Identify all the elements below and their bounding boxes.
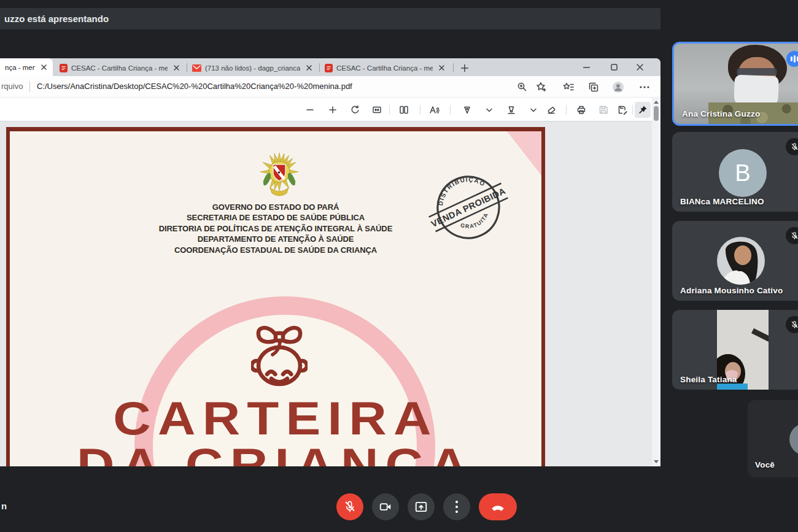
- draw-options-button[interactable]: [481, 102, 497, 118]
- tab-close-button[interactable]: [436, 63, 446, 73]
- tab-active[interactable]: nça - menin: [0, 58, 53, 76]
- tab-mail[interactable]: (713 não lidos) - dagp_crianca@: [188, 60, 318, 76]
- pen-icon: [462, 105, 472, 115]
- pdf-toolbar: [0, 98, 652, 121]
- participant-tile-adriana-mousinho-cativo[interactable]: Adriana Mousinho Cativo: [672, 221, 798, 301]
- zoom-out-button[interactable]: [302, 102, 318, 118]
- save-icon: [598, 105, 608, 115]
- minus-icon: [306, 106, 314, 114]
- collections-icon: [588, 82, 599, 93]
- present-icon: [414, 500, 428, 514]
- pdf-scrollbar[interactable]: [652, 98, 660, 466]
- zoom-page-button[interactable]: [513, 79, 530, 94]
- mail-icon: [192, 64, 201, 72]
- plus-icon: [461, 64, 468, 72]
- address-url[interactable]: C:/Users/AnaCristina/Desktop/CESAC%20-%2…: [37, 82, 352, 91]
- profile-button[interactable]: [610, 79, 627, 94]
- tab-title: CESAC - Cartilha Criança - menin: [71, 64, 168, 72]
- leave-call-button[interactable]: [479, 493, 517, 520]
- tab-separator: [453, 63, 454, 72]
- phone-hangup-icon: [490, 499, 506, 515]
- tab-title: (713 não lidos) - dagp_crianca@: [205, 64, 300, 72]
- highlight-button[interactable]: [503, 102, 519, 118]
- para-coat-of-arms: [252, 152, 307, 210]
- muted-mic-badge: [786, 138, 798, 155]
- close-icon: [439, 65, 444, 71]
- pdf-icon: [325, 64, 333, 72]
- print-button[interactable]: [573, 102, 589, 118]
- participant-name: Ana Cristina Guzzo: [682, 109, 760, 118]
- tab-close-button[interactable]: [171, 63, 181, 73]
- fit-to-page-button[interactable]: [369, 102, 385, 118]
- favorites-button[interactable]: [560, 79, 577, 94]
- tab-separator: [319, 63, 320, 72]
- more-options-button[interactable]: [443, 493, 470, 520]
- close-icon: [637, 64, 643, 71]
- page-corner-decoration: [507, 131, 541, 175]
- participant-tile-bianca-marcelino[interactable]: B BIANca MARCELINO: [672, 132, 798, 212]
- scrollbar-thumb[interactable]: [654, 106, 659, 121]
- eraser-icon: [546, 105, 556, 115]
- tab-close-button[interactable]: [304, 63, 314, 73]
- draw-button[interactable]: [459, 102, 475, 118]
- camera-toggle-button[interactable]: [372, 493, 399, 520]
- zoom-in-button[interactable]: [325, 102, 341, 118]
- minimize-button[interactable]: [574, 58, 598, 75]
- tab-title: CESAC - Cartilha Criança - menin: [336, 64, 433, 72]
- present-screen-button[interactable]: [408, 493, 435, 520]
- participant-tile-sheila-tatiana[interactable]: Sheila Tatiana: [672, 310, 798, 390]
- participant-tile-ana-cristina-guzzo[interactable]: Ana Cristina Guzzo: [672, 42, 798, 126]
- highlighter-icon: [506, 105, 516, 115]
- pdf-page: GOVERNO DO ESTADO DO PARÁ SECRETARIA DE …: [6, 127, 545, 466]
- vertical-dots-icon: [455, 501, 458, 513]
- erase-button[interactable]: [543, 102, 559, 118]
- profile-avatar-icon: [612, 81, 624, 93]
- save-as-button[interactable]: [614, 102, 630, 118]
- tab-separator: [187, 63, 187, 72]
- tab-bar: nça - menin CESAC - Cartilha Criança - m…: [0, 58, 660, 76]
- new-tab-button[interactable]: [458, 61, 471, 75]
- add-favorite-button[interactable]: [533, 79, 550, 94]
- pin-toolbar-button[interactable]: [635, 102, 651, 118]
- toolbar-divider: [420, 105, 420, 115]
- girl-face-icon: [251, 319, 308, 388]
- mic-off-icon: [790, 142, 798, 152]
- tab-close-button[interactable]: [39, 63, 48, 72]
- toolbar-divider: [450, 105, 451, 115]
- muted-mic-badge: [786, 316, 798, 333]
- tab-cesac-2[interactable]: CESAC - Cartilha Criança - menin: [320, 60, 451, 76]
- chevron-down-icon: [530, 108, 537, 112]
- photo-avatar: [717, 237, 765, 285]
- rotate-button[interactable]: [347, 102, 363, 118]
- maximize-icon: [611, 64, 618, 71]
- participant-name: Adriana Mousinho Cativo: [680, 286, 783, 295]
- save-as-icon: [618, 105, 628, 115]
- maximize-button[interactable]: [602, 58, 626, 75]
- pdf-icon: [60, 64, 68, 72]
- rotate-icon: [350, 105, 360, 115]
- participant-name: BIANca MARCELINO: [680, 197, 764, 206]
- settings-more-button[interactable]: [636, 79, 653, 94]
- scroll-up-arrow[interactable]: [654, 101, 659, 104]
- participant-tile-self[interactable]: Você: [748, 400, 798, 477]
- close-icon: [174, 65, 179, 71]
- document-title-line1: CARTEIRA: [6, 391, 545, 445]
- tab-cesac-1[interactable]: CESAC - Cartilha Criança - menin: [55, 60, 185, 76]
- collections-button[interactable]: [585, 79, 602, 94]
- mic-toggle-button[interactable]: [336, 493, 363, 520]
- mic-off-icon: [790, 231, 798, 241]
- highlight-options-button[interactable]: [525, 102, 541, 118]
- meeting-code-text: n: [1, 501, 7, 511]
- page-view-button[interactable]: [396, 102, 412, 118]
- avatar-initial: B: [735, 160, 750, 187]
- toolbar-divider: [389, 105, 390, 115]
- presenting-banner-text: uzzo está apresentando: [4, 13, 109, 24]
- pdf-viewport: GOVERNO DO ESTADO DO PARÁ SECRETARIA DE …: [0, 121, 652, 466]
- window-close-button[interactable]: [627, 58, 652, 75]
- presenting-banner: uzzo está apresentando: [0, 8, 660, 29]
- address-file-label: rquivo: [1, 82, 23, 91]
- read-aloud-button[interactable]: [426, 102, 442, 118]
- save-button[interactable]: [595, 102, 611, 118]
- read-aloud-icon: [429, 105, 440, 115]
- scroll-down-arrow[interactable]: [654, 460, 659, 463]
